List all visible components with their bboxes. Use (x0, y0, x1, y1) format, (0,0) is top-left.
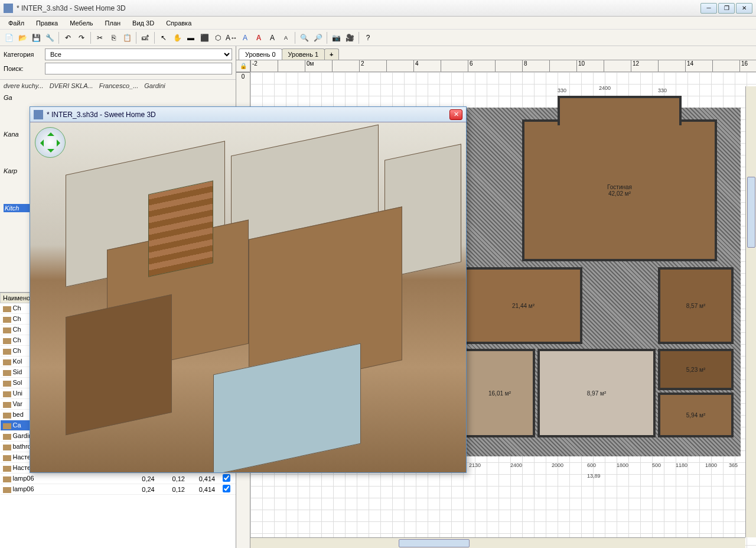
room-area: 42,02 м² (608, 190, 631, 197)
zoom-in-icon[interactable]: 🔍 (298, 31, 311, 44)
ruler-horizontal: 🔒 -20м246810121416 (236, 60, 756, 72)
room-label: Гостиная (607, 184, 632, 190)
menu-file[interactable]: Файл (2, 18, 30, 28)
view3d-title: * INTER_3.sh3d - Sweet Home 3D (47, 111, 449, 119)
tab-level0[interactable]: Уровень 0 (239, 48, 282, 60)
lock-icon[interactable]: 🔒 (236, 60, 250, 72)
text-bold-icon[interactable]: A (252, 31, 265, 44)
pan-icon[interactable]: ✋ (171, 31, 184, 44)
visibility-checkbox[interactable] (223, 485, 230, 492)
nav-left-icon[interactable] (37, 140, 44, 147)
save-icon[interactable]: 💾 (30, 31, 43, 44)
ruler-tick: 6 (468, 60, 473, 72)
dimension: 500 (652, 462, 661, 468)
window-title: * INTER_3.sh3d - Sweet Home 3D (17, 4, 700, 12)
app-icon (34, 110, 43, 119)
ruler-tick (278, 60, 279, 72)
ruler-tick: 10 (576, 60, 585, 72)
wall-icon[interactable]: ▬ (184, 31, 197, 44)
ruler-tick: -2 (250, 60, 258, 72)
ruler-tick (495, 60, 497, 72)
category-select[interactable]: Все (45, 48, 232, 60)
category-label: Категория (4, 51, 45, 58)
ruler-tick (712, 60, 714, 72)
menubar: Файл Правка Мебель План Вид 3D Справка (0, 17, 756, 30)
scrollbar-vertical[interactable] (745, 86, 756, 537)
dimension-total: 13,89 (587, 473, 601, 479)
room-area: 5,94 м² (686, 412, 705, 419)
video-icon[interactable]: 🎥 (343, 31, 356, 44)
view3d-window[interactable]: * INTER_3.sh3d - Sweet Home 3D ✕ (30, 106, 467, 473)
polyline-icon[interactable]: ⬡ (211, 31, 224, 44)
paste-icon[interactable]: 📋 (120, 31, 133, 44)
ruler-tick: 0 (236, 72, 250, 80)
ruler-tick (332, 60, 334, 72)
ruler-tick: 2 (359, 60, 364, 72)
tab-level1[interactable]: Уровень 1 (282, 48, 325, 60)
catalog-header[interactable]: DVERI SKLA... (50, 82, 93, 89)
dimension: 2400 (510, 462, 522, 468)
menu-furniture[interactable]: Мебель (64, 18, 99, 28)
ruler-tick (658, 60, 660, 72)
view3d-canvas[interactable] (30, 122, 466, 472)
dimension: 1800 (617, 462, 628, 468)
room-icon[interactable]: ⬛ (198, 31, 211, 44)
zoom-out-icon[interactable]: 🔎 (311, 31, 324, 44)
toolbar: 📄 📂 💾 🔧 ↶ ↷ ✂ ⎘ 📋 🛋 ↖ ✋ ▬ ⬛ ⬡ A↔ A A A A… (0, 30, 756, 46)
copy-icon[interactable]: ⎘ (107, 31, 120, 44)
catalog-header[interactable]: Gardini (144, 82, 165, 89)
nav-up-icon[interactable] (47, 129, 54, 136)
ruler-tick (441, 60, 442, 72)
text-icon[interactable]: A (239, 31, 252, 44)
new-icon[interactable]: 📄 (2, 31, 15, 44)
catalog-header[interactable]: dvere kuchy... (4, 82, 44, 89)
search-label: Поиск: (4, 65, 45, 72)
redo-icon[interactable]: ↷ (75, 31, 88, 44)
room-area: 21,44 м² (512, 303, 535, 309)
prefs-icon[interactable]: 🔧 (43, 31, 56, 44)
cut-icon[interactable]: ✂ (93, 31, 106, 44)
room-area: 16,01 м² (488, 390, 511, 397)
ruler-tick: 14 (685, 60, 693, 72)
ruler-tick: 12 (631, 60, 639, 72)
catalog-header[interactable]: Francesco_... (99, 82, 139, 89)
dimension: 2130 (469, 462, 481, 468)
open-icon[interactable]: 📂 (16, 31, 29, 44)
photo-icon[interactable]: 📷 (330, 31, 343, 44)
table-row[interactable]: lamp060,240,120,414 (1, 484, 236, 495)
scrollbar-horizontal[interactable] (250, 537, 745, 548)
close-button[interactable]: ✕ (736, 3, 752, 14)
nav-right-icon[interactable] (57, 140, 64, 147)
menu-help[interactable]: Справка (160, 18, 197, 28)
nav-down-icon[interactable] (47, 149, 54, 156)
select-icon[interactable]: ↖ (157, 31, 170, 44)
text-inc-icon[interactable]: A (266, 31, 279, 44)
catalog-item[interactable]: Ga (4, 94, 232, 101)
minimize-button[interactable]: ─ (700, 3, 717, 14)
ruler-tick (549, 60, 551, 72)
visibility-checkbox[interactable] (223, 474, 230, 482)
ruler-tick (604, 60, 605, 72)
main-titlebar: * INTER_3.sh3d - Sweet Home 3D ─ ❐ ✕ (0, 0, 756, 17)
maximize-button[interactable]: ❐ (718, 3, 735, 14)
ruler-tick: 0м (305, 60, 314, 72)
room-area: 8,57 м² (686, 303, 705, 309)
dimension: 1180 (676, 462, 687, 468)
search-input[interactable] (45, 63, 232, 74)
text-dec-icon[interactable]: A (279, 31, 292, 44)
view3d-titlebar[interactable]: * INTER_3.sh3d - Sweet Home 3D ✕ (30, 107, 466, 122)
undo-icon[interactable]: ↶ (61, 31, 74, 44)
room-area: 8,97 м² (587, 390, 606, 397)
help-icon[interactable]: ? (361, 31, 374, 44)
table-row[interactable]: lamp060,240,120,414 (1, 474, 236, 484)
dimension: 330 (558, 87, 566, 93)
ruler-tick: 4 (413, 60, 419, 72)
menu-plan[interactable]: План (99, 18, 127, 28)
tab-add[interactable]: + (324, 48, 338, 60)
add-furniture-icon[interactable]: 🛋 (139, 31, 152, 44)
menu-view3d[interactable]: Вид 3D (126, 18, 160, 28)
dimension-icon[interactable]: A↔ (225, 31, 238, 44)
nav-compass[interactable] (35, 127, 66, 158)
menu-edit[interactable]: Правка (30, 18, 64, 28)
view3d-close-button[interactable]: ✕ (449, 109, 462, 120)
